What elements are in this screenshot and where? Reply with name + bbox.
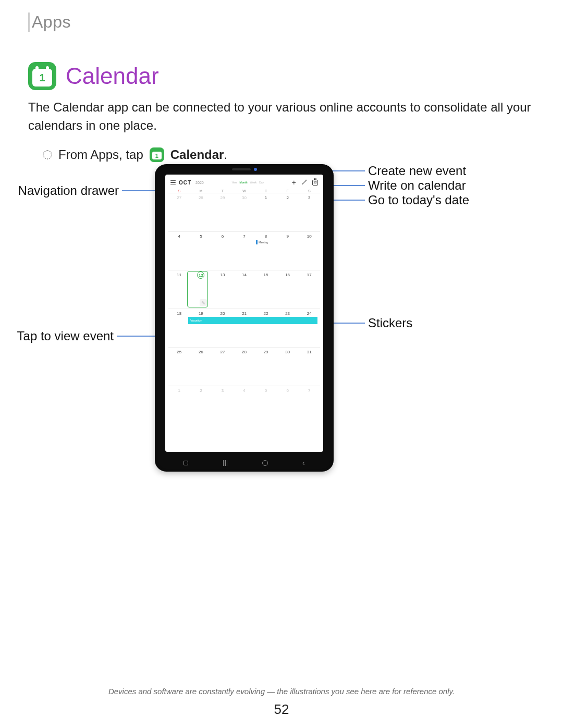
nav-multitask-icon[interactable] [223, 460, 228, 466]
nav-home-icon[interactable] [262, 460, 268, 466]
callout-today: Go to today's date [368, 193, 469, 207]
calendar-cell[interactable]: 22 [255, 309, 277, 347]
calendar-cell[interactable]: 23 [277, 309, 299, 347]
pencil-icon[interactable] [301, 179, 307, 186]
nav-recent-icon[interactable] [183, 461, 188, 465]
sticker-icon[interactable]: ✎ [200, 299, 207, 306]
today-badge: 12 [197, 272, 204, 279]
plus-icon[interactable]: + [292, 179, 296, 186]
calendar-screen: OCT 2020 Year Month Week Day + 12 [165, 175, 323, 452]
calendar-cell[interactable]: 27 [168, 193, 190, 231]
disclaimer-text: Devices and software are constantly evol… [0, 687, 563, 696]
calendar-cell[interactable]: 5 [255, 386, 277, 424]
calendar-cell[interactable]: 1 [168, 386, 190, 424]
calendar-app-icon: 1 [28, 62, 56, 90]
illustration-stage: Navigation drawer Tap to view event Crea… [0, 156, 563, 490]
callout-nav-drawer: Navigation drawer [18, 183, 119, 198]
calendar-cell[interactable]: 6 [212, 231, 234, 270]
calendar-cell[interactable]: 21 [234, 309, 255, 347]
calendar-cell[interactable]: 4 [234, 386, 255, 424]
intro-text: The Calendar app can be connected to you… [28, 98, 535, 135]
meeting-chip[interactable]: Meeting [256, 240, 276, 244]
nav-back-icon[interactable]: ‹ [302, 459, 305, 466]
view-day[interactable]: Day [259, 181, 264, 184]
calendar-cell[interactable]: 20 [212, 309, 234, 347]
tablet-frame: OCT 2020 Year Month Week Day + 12 [155, 164, 334, 472]
android-navbar: ‹ [166, 459, 322, 466]
calendar-cell[interactable]: 3 [212, 386, 234, 424]
view-switch[interactable]: Year Month Week Day [231, 181, 264, 184]
view-week[interactable]: Week [250, 181, 257, 184]
hamburger-icon[interactable] [170, 180, 176, 185]
calendar-cell[interactable]: 24 [298, 309, 320, 347]
page-title: Calendar [66, 63, 159, 89]
calendar-cell[interactable]: 26 [190, 347, 212, 386]
calendar-cell[interactable]: 14 [234, 270, 255, 309]
calendar-cell[interactable]: 6 [277, 386, 299, 424]
event-bar[interactable]: Vacation [188, 317, 317, 324]
callout-write-cal: Write on calendar [368, 178, 466, 193]
calendar-cell[interactable]: 16 [277, 270, 299, 309]
calendar-cell[interactable]: 8Meeting [255, 231, 277, 270]
callout-create-event: Create new event [368, 164, 466, 178]
calendar-cell[interactable]: 30 [234, 193, 255, 231]
calendar-cell[interactable]: 27 [212, 347, 234, 386]
calendar-cell[interactable]: 5 [190, 231, 212, 270]
calendar-cell[interactable]: 2 [190, 386, 212, 424]
weekday-header: S M T W T F S [165, 189, 323, 193]
calendar-cell[interactable]: 29 [212, 193, 234, 231]
calendar-cell[interactable]: 10 [298, 231, 320, 270]
calendar-icon-number: 1 [32, 69, 52, 87]
calendar-cell[interactable]: 17 [298, 270, 320, 309]
today-icon[interactable]: 12 [312, 180, 318, 186]
calendar-cell[interactable]: 2 [277, 193, 299, 231]
calendar-cell[interactable]: 13 [212, 270, 234, 309]
calendar-cell[interactable]: 3 [298, 193, 320, 231]
calendar-cell[interactable]: 9 [277, 231, 299, 270]
year-label: 2020 [195, 181, 204, 184]
page-number: 52 [0, 701, 563, 718]
calendar-cell[interactable]: 28 [234, 347, 255, 386]
calendar-cell[interactable]: 7 [298, 386, 320, 424]
view-month[interactable]: Month [240, 181, 248, 184]
calendar-cell[interactable]: 30 [277, 347, 299, 386]
calendar-cell[interactable]: 29 [255, 347, 277, 386]
calendar-grid[interactable]: 2728293012345678Meeting91011121213141516… [165, 193, 323, 424]
calendar-cell[interactable]: 19 [190, 309, 212, 347]
calendar-cell[interactable]: 25 [168, 347, 190, 386]
calendar-cell[interactable]: 28 [190, 193, 212, 231]
calendar-cell[interactable]: 31 [298, 347, 320, 386]
section-apps: Apps [28, 13, 535, 32]
calendar-cell[interactable]: 11 [168, 270, 190, 309]
calendar-cell[interactable]: 18 [168, 309, 190, 347]
calendar-cell[interactable]: 4 [168, 231, 190, 270]
view-year[interactable]: Year [231, 181, 237, 184]
callout-tap-event: Tap to view event [17, 329, 114, 343]
calendar-cell[interactable]: 15 [255, 270, 277, 309]
callout-stickers: Stickers [368, 316, 412, 330]
month-label[interactable]: OCT [179, 180, 191, 186]
calendar-cell[interactable]: 7 [234, 231, 255, 270]
calendar-cell[interactable]: 1 [255, 193, 277, 231]
calendar-header: OCT 2020 Year Month Week Day + 12 [165, 175, 323, 189]
